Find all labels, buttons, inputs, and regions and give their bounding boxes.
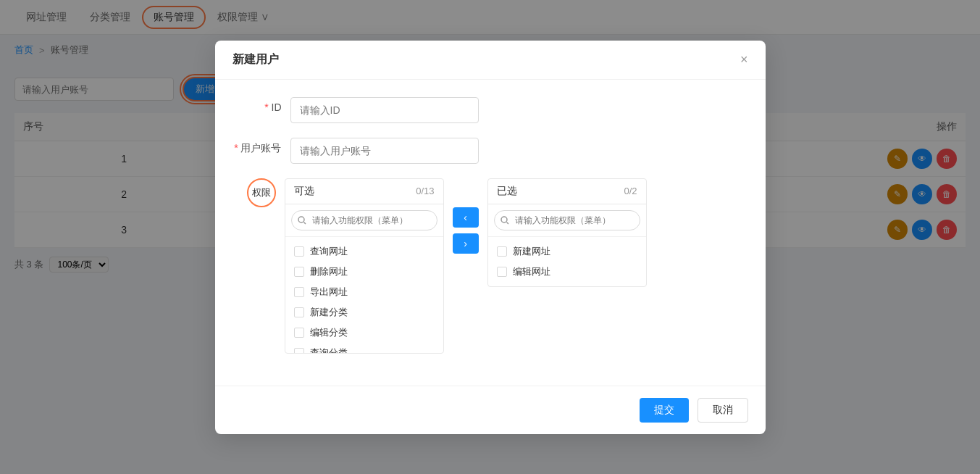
available-item[interactable]: 编辑分类 <box>285 323 443 343</box>
perm-checkbox[interactable] <box>294 348 304 353</box>
perm-item-label: 编辑分类 <box>310 326 348 339</box>
perm-checkbox[interactable] <box>294 307 304 317</box>
account-label: * 用户账号 <box>233 138 290 155</box>
selected-item[interactable]: 编辑网址 <box>488 262 646 282</box>
cancel-button[interactable]: 取消 <box>698 398 748 423</box>
available-title: 可选 <box>294 185 314 198</box>
available-item[interactable]: 查询分类 <box>285 343 443 353</box>
available-item[interactable]: 新建分类 <box>285 302 443 323</box>
perm-item-label: 导出网址 <box>310 286 348 299</box>
selected-count: 0/2 <box>624 186 637 196</box>
perm-checkbox[interactable] <box>294 287 304 297</box>
selected-item[interactable]: 新建网址 <box>488 241 646 262</box>
transfer-buttons: ‹ › <box>453 178 479 254</box>
available-item[interactable]: 查询网址 <box>285 241 443 262</box>
selected-panel-header: 已选 0/2 <box>488 179 646 204</box>
modal-title: 新建用户 <box>233 52 279 67</box>
perm-checkbox[interactable] <box>294 267 304 277</box>
page-root: 网址管理 分类管理 账号管理 权限管理 ∨ 首页 > 账号管理 新增账号 导出用… <box>0 0 980 474</box>
perm-item-label: 新建网址 <box>513 245 550 258</box>
modal-header: 新建用户 × <box>215 41 766 80</box>
permission-field-row: 权限 可选 0/13 查 <box>233 178 748 354</box>
id-label: * ID <box>233 97 290 113</box>
available-item[interactable]: 导出网址 <box>285 282 443 302</box>
selected-list: 新建网址编辑网址 <box>488 237 646 286</box>
transfer-right-button[interactable]: › <box>453 233 479 254</box>
id-field-row: * ID <box>233 97 748 123</box>
perm-checkbox[interactable] <box>294 246 304 257</box>
perm-checkbox[interactable] <box>294 328 304 338</box>
perm-item-label: 查询网址 <box>310 245 348 258</box>
modal-footer: 提交 取消 <box>215 386 766 434</box>
transfer-left-button[interactable]: ‹ <box>453 207 479 228</box>
selected-title: 已选 <box>497 185 517 198</box>
permission-circle-label: 权限 <box>247 178 276 207</box>
perm-item-label: 查询分类 <box>310 346 348 353</box>
selected-search-input[interactable] <box>494 210 640 230</box>
available-panel: 可选 0/13 查询网址删除网址导出网址新建分类编辑分类查询分类 <box>285 178 444 354</box>
account-field-row: * 用户账号 <box>233 138 748 164</box>
available-search-input[interactable] <box>291 210 437 230</box>
available-search <box>285 204 443 237</box>
selected-panel: 已选 0/2 新建网址编辑网址 <box>487 178 647 287</box>
modal-close-button[interactable]: × <box>740 53 748 66</box>
perm-item-label: 编辑网址 <box>513 265 550 278</box>
account-input[interactable] <box>290 138 479 164</box>
new-user-modal: 新建用户 × * ID * 用户账号 <box>215 41 766 434</box>
perm-item-label: 删除网址 <box>310 265 348 278</box>
perm-checkbox[interactable] <box>497 246 507 257</box>
id-input[interactable] <box>290 97 479 123</box>
perm-item-label: 新建分类 <box>310 306 348 319</box>
available-panel-header: 可选 0/13 <box>285 179 443 204</box>
available-item[interactable]: 删除网址 <box>285 262 443 282</box>
modal-body: * ID * 用户账号 权限 <box>215 80 766 386</box>
submit-button[interactable]: 提交 <box>640 398 689 423</box>
available-count: 0/13 <box>416 186 434 196</box>
perm-checkbox[interactable] <box>497 267 507 277</box>
available-list: 查询网址删除网址导出网址新建分类编辑分类查询分类 <box>285 237 443 353</box>
permission-transfer: 可选 0/13 查询网址删除网址导出网址新建分类编辑分类查询分类 ‹ <box>285 178 748 354</box>
modal-overlay: 新建用户 × * ID * 用户账号 <box>0 0 980 474</box>
selected-search <box>488 204 646 237</box>
